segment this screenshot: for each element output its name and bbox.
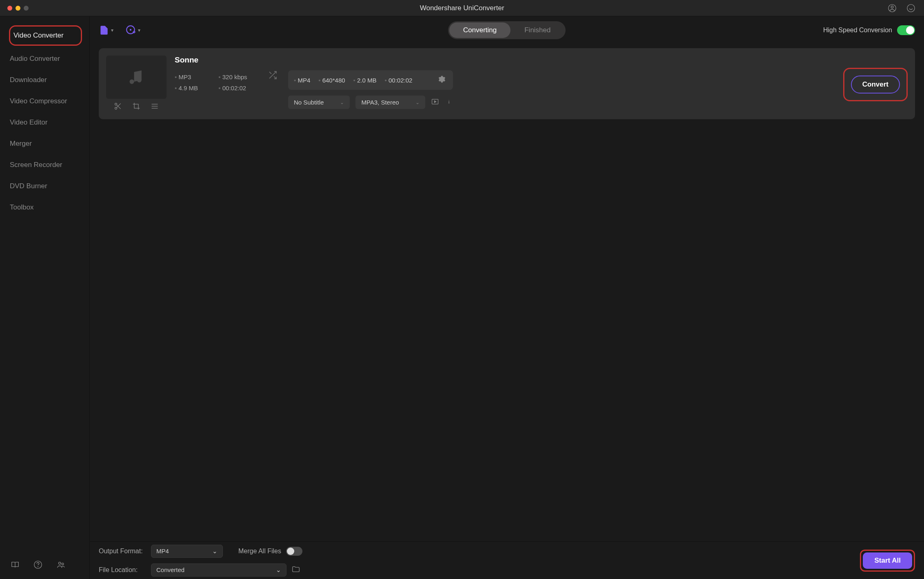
window-controls bbox=[7, 6, 29, 11]
sidebar-item-video-converter[interactable]: Video Converter bbox=[9, 25, 82, 46]
sidebar-item-video-editor[interactable]: Video Editor bbox=[0, 112, 89, 133]
preview-icon[interactable] bbox=[431, 98, 439, 107]
sidebar-item-screen-recorder[interactable]: Screen Recorder bbox=[0, 154, 89, 176]
sidebar-item-dvd-burner[interactable]: DVD Burner bbox=[0, 176, 89, 197]
output-format-label: Output Format: bbox=[99, 548, 146, 555]
app-title: Wondershare UniConverter bbox=[420, 4, 504, 12]
feedback-icon[interactable] bbox=[906, 3, 916, 13]
toolbar: ▾ ▾ Converting Finished High Speed Conve… bbox=[90, 16, 924, 44]
input-bitrate: 320 kbps bbox=[218, 73, 256, 80]
sidebar-item-audio-converter[interactable]: Audio Converter bbox=[0, 48, 89, 69]
sidebar-item-label: DVD Burner bbox=[10, 182, 47, 190]
svg-point-8 bbox=[130, 29, 131, 31]
high-speed-toggle[interactable] bbox=[897, 25, 915, 35]
tab-finished[interactable]: Finished bbox=[511, 22, 564, 38]
start-all-button[interactable]: Start All bbox=[863, 552, 912, 569]
help-icon[interactable] bbox=[33, 560, 42, 571]
start-all-highlight: Start All bbox=[860, 550, 915, 572]
output-format: MP4 bbox=[294, 77, 310, 84]
convert-button[interactable]: Convert bbox=[851, 76, 900, 94]
chevron-down-icon: ▾ bbox=[111, 27, 113, 33]
chevron-down-icon: ▾ bbox=[138, 27, 140, 33]
input-size: 4.9 MB bbox=[175, 85, 207, 91]
input-duration: 00:02:02 bbox=[218, 85, 256, 91]
add-dvd-button[interactable]: ▾ bbox=[126, 25, 140, 36]
tab-group: Converting Finished bbox=[448, 21, 566, 39]
info-icon[interactable] bbox=[445, 98, 453, 107]
maximize-window-button[interactable] bbox=[24, 6, 29, 11]
high-speed-label: High Speed Conversion bbox=[823, 27, 892, 34]
sidebar-item-label: Video Compressor bbox=[10, 97, 67, 105]
sidebar-item-label: Screen Recorder bbox=[10, 161, 62, 169]
sidebar-item-downloader[interactable]: Downloader bbox=[0, 69, 89, 91]
minimize-window-button[interactable] bbox=[16, 6, 20, 11]
add-file-button[interactable]: ▾ bbox=[99, 25, 113, 36]
sidebar-item-label: Video Editor bbox=[10, 118, 47, 127]
gear-icon[interactable] bbox=[436, 75, 447, 85]
convert-highlight: Convert bbox=[843, 68, 908, 101]
sidebar-item-label: Merger bbox=[10, 140, 32, 148]
community-icon[interactable] bbox=[56, 560, 65, 571]
file-location-label: File Location: bbox=[99, 566, 146, 574]
output-duration: 00:02:02 bbox=[385, 77, 413, 84]
chevron-down-icon: ⌄ bbox=[415, 100, 420, 105]
trim-icon[interactable] bbox=[114, 102, 122, 112]
chevron-down-icon: ⌄ bbox=[276, 566, 281, 574]
effects-icon[interactable] bbox=[151, 102, 159, 112]
audio-track-select[interactable]: MPA3, Stereo⌄ bbox=[355, 96, 425, 109]
file-card: Sonne MP3 320 kbps 4.9 MB 00:02:02 MP4 6… bbox=[99, 48, 915, 119]
guide-icon[interactable] bbox=[11, 560, 20, 571]
sidebar-item-video-compressor[interactable]: Video Compressor bbox=[0, 91, 89, 112]
svg-point-1 bbox=[891, 6, 893, 8]
close-window-button[interactable] bbox=[7, 6, 12, 11]
open-folder-icon[interactable] bbox=[291, 565, 300, 575]
sidebar-item-label: Audio Converter bbox=[10, 55, 60, 63]
output-format-select[interactable]: MP4⌄ bbox=[151, 545, 223, 558]
sidebar-item-merger[interactable]: Merger bbox=[0, 133, 89, 154]
merge-label: Merge All Files bbox=[238, 548, 281, 555]
svg-point-10 bbox=[115, 107, 117, 109]
svg-point-6 bbox=[62, 563, 64, 565]
output-settings-box[interactable]: MP4 640*480 2.0 MB 00:02:02 bbox=[288, 70, 453, 90]
output-resolution: 640*480 bbox=[318, 77, 345, 84]
input-format: MP3 bbox=[175, 73, 207, 80]
sidebar-item-toolbox[interactable]: Toolbox bbox=[0, 197, 89, 218]
file-thumbnail[interactable] bbox=[106, 56, 167, 99]
account-icon[interactable] bbox=[887, 3, 897, 13]
output-size: 2.0 MB bbox=[353, 77, 377, 84]
sidebar-item-label: Video Converter bbox=[13, 31, 64, 40]
footer: Output Format: MP4⌄ Merge All Files File… bbox=[90, 541, 924, 579]
file-name: Sonne bbox=[175, 56, 256, 65]
chevron-down-icon: ⌄ bbox=[340, 100, 344, 105]
sidebar: Video Converter Audio Converter Download… bbox=[0, 16, 90, 579]
svg-point-5 bbox=[59, 562, 61, 565]
music-note-icon bbox=[127, 68, 145, 86]
subtitle-select[interactable]: No Subtitle⌄ bbox=[288, 96, 350, 109]
svg-point-9 bbox=[115, 103, 117, 105]
tab-converting[interactable]: Converting bbox=[449, 22, 511, 38]
svg-point-2 bbox=[907, 4, 915, 11]
titlebar: Wondershare UniConverter bbox=[0, 0, 924, 16]
svg-point-4 bbox=[38, 566, 38, 567]
file-location-select[interactable]: Converted⌄ bbox=[151, 563, 287, 577]
shuffle-icon bbox=[268, 56, 278, 80]
sidebar-item-label: Downloader bbox=[10, 76, 47, 84]
crop-icon[interactable] bbox=[132, 102, 140, 112]
sidebar-item-label: Toolbox bbox=[10, 203, 34, 212]
merge-toggle[interactable] bbox=[286, 547, 302, 556]
chevron-down-icon: ⌄ bbox=[212, 548, 218, 555]
